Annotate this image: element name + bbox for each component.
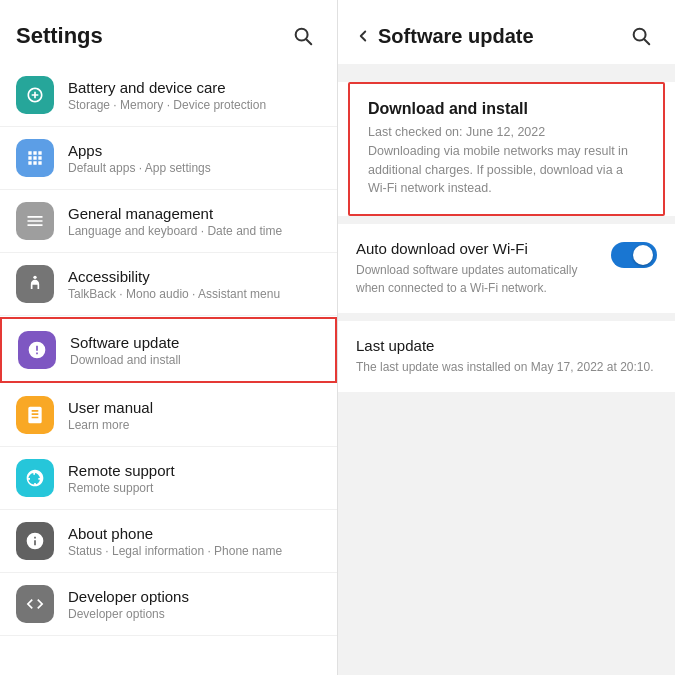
download-install-item[interactable]: Download and install Last checked on: Ju… [348,82,665,216]
download-install-title: Download and install [368,100,645,118]
developer-sub: Developer options [68,607,321,621]
manual-text: User manual Learn more [68,399,321,432]
software-icon [18,331,56,369]
settings-item-accessibility[interactable]: Accessibility TalkBack · Mono audio · As… [0,253,337,316]
settings-item-manual[interactable]: User manual Learn more [0,384,337,447]
settings-header: Settings [0,0,337,64]
about-icon [16,522,54,560]
wifi-desc: Download software updates automatically … [356,261,599,297]
remote-icon [16,459,54,497]
remote-sub: Remote support [68,481,321,495]
download-install-desc: Last checked on: June 12, 2022Downloadin… [368,123,645,198]
back-icon [354,27,372,45]
battery-name: Battery and device care [68,79,321,96]
general-text: General management Language and keyboard… [68,205,321,238]
developer-name: Developer options [68,588,321,605]
right-search-icon [630,25,652,47]
about-text: About phone Status · Legal information ·… [68,525,321,558]
last-update-title: Last update [356,337,657,354]
settings-item-remote[interactable]: Remote support Remote support [0,447,337,510]
settings-title: Settings [16,23,103,49]
battery-sub: Storage · Memory · Device protection [68,98,321,112]
remote-text: Remote support Remote support [68,462,321,495]
developer-icon [16,585,54,623]
wifi-title: Auto download over Wi-Fi [356,240,599,257]
battery-text: Battery and device care Storage · Memory… [68,79,321,112]
general-icon [16,202,54,240]
settings-item-battery[interactable]: Battery and device care Storage · Memory… [0,64,337,127]
right-content: Download and install Last checked on: Ju… [338,64,675,675]
developer-text: Developer options Developer options [68,588,321,621]
general-name: General management [68,205,321,222]
manual-sub: Learn more [68,418,321,432]
manual-icon [16,396,54,434]
download-section: Download and install Last checked on: Ju… [338,82,675,216]
about-name: About phone [68,525,321,542]
settings-item-general[interactable]: General management Language and keyboard… [0,190,337,253]
settings-item-developer[interactable]: Developer options Developer options [0,573,337,636]
settings-list: Battery and device care Storage · Memory… [0,64,337,675]
battery-icon [16,76,54,114]
wifi-text: Auto download over Wi-Fi Download softwa… [356,240,599,297]
auto-download-section: Auto download over Wi-Fi Download softwa… [338,224,675,313]
accessibility-icon [16,265,54,303]
last-update-section: Last update The last update was installe… [338,321,675,392]
search-icon [292,25,314,47]
right-header: Software update [338,0,675,64]
settings-item-software[interactable]: Software update Download and install [0,317,337,383]
software-name: Software update [70,334,319,351]
apps-name: Apps [68,142,321,159]
back-button[interactable] [354,27,372,45]
accessibility-text: Accessibility TalkBack · Mono audio · As… [68,268,321,301]
right-search-button[interactable] [623,18,659,54]
settings-panel: Settings Battery and device care Storage… [0,0,338,675]
accessibility-name: Accessibility [68,268,321,285]
svg-line-4 [644,39,649,44]
apps-sub: Default apps · App settings [68,161,321,175]
software-update-panel: Software update Download and install Las… [338,0,675,675]
right-panel-title: Software update [378,25,623,48]
remote-name: Remote support [68,462,321,479]
apps-icon [16,139,54,177]
manual-name: User manual [68,399,321,416]
settings-item-about[interactable]: About phone Status · Legal information ·… [0,510,337,573]
accessibility-sub: TalkBack · Mono audio · Assistant menu [68,287,321,301]
general-sub: Language and keyboard · Date and time [68,224,321,238]
settings-search-button[interactable] [285,18,321,54]
svg-point-2 [33,276,36,279]
software-text: Software update Download and install [70,334,319,367]
apps-text: Apps Default apps · App settings [68,142,321,175]
settings-item-apps[interactable]: Apps Default apps · App settings [0,127,337,190]
auto-download-toggle[interactable] [611,242,657,268]
last-update-desc: The last update was installed on May 17,… [356,358,657,376]
about-sub: Status · Legal information · Phone name [68,544,321,558]
svg-line-1 [306,39,311,44]
software-sub: Download and install [70,353,319,367]
